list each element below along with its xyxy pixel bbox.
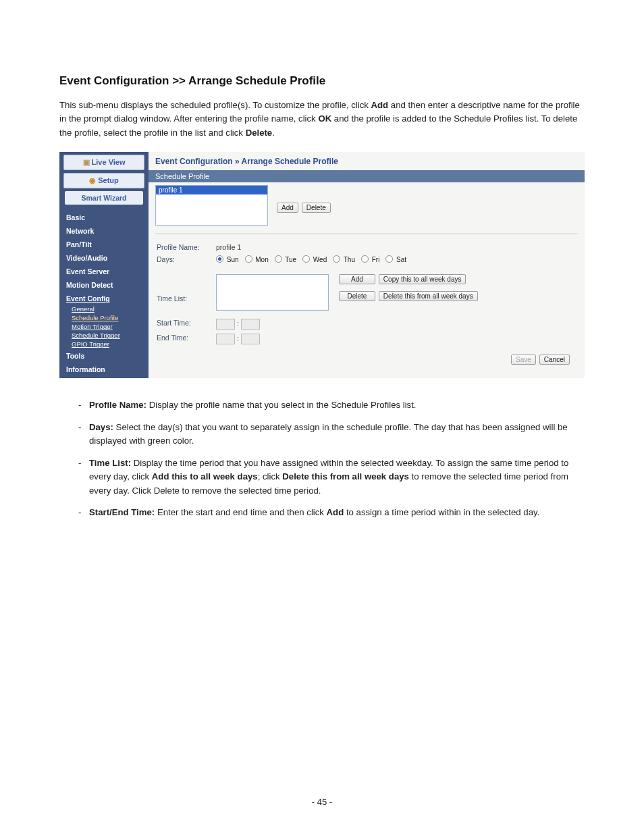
day-radio-fri[interactable] [361,255,369,263]
main-panel: Event Configuration » Arrange Schedule P… [149,152,585,378]
time-delete-button[interactable]: Delete [339,291,375,301]
sidebar-item-event-server[interactable]: Event Server [59,264,149,278]
intro-paragraph: This sub-menu displays the scheduled pro… [59,99,585,140]
setup-tab[interactable]: ◉ Setup [63,173,144,188]
desc-days: Days: Select the day(s) that you want to… [78,417,585,452]
sidebar: ▣ Live View ◉ Setup Smart Wizard Basic N… [59,152,149,378]
gear-icon: ◉ [89,176,96,184]
sidebar-sub-gpio-trigger[interactable]: GPIO Trigger [59,340,149,348]
end-hour-input[interactable] [216,334,235,344]
desc-text: to assign a time period within in the se… [344,507,539,517]
setup-label: Setup [98,176,119,184]
sidebar-sub-schedule-trigger[interactable]: Schedule Trigger [59,331,149,340]
sidebar-sub-general[interactable]: General [59,305,149,313]
desc-text: Enter the start and end time and then cl… [155,507,326,517]
desc-time-list: Time List: Display the time period that … [78,452,585,502]
time-add-button[interactable]: Add [339,274,375,284]
sidebar-sub-motion-trigger[interactable]: Motion Trigger [59,322,149,331]
desc-label: Start/End Time: [89,507,155,517]
sidebar-item-video-audio[interactable]: Video/Audio [59,251,149,264]
section-band: Schedule Profile [149,170,585,182]
intro-bold-add: Add [371,100,389,110]
desc-bold: Add [327,507,344,517]
camera-icon: ▣ [83,158,90,166]
intro-text: . [272,128,275,138]
desc-label: Days: [89,422,113,432]
day-wed: Wed [313,256,327,263]
profile-name-label: Profile Name: [155,243,216,251]
day-radio-thu[interactable] [333,255,340,263]
sidebar-item-information[interactable]: Information [59,362,149,375]
time-colon: : [237,334,239,342]
time-listbox[interactable] [216,274,329,311]
description-list: Profile Name: Display the profile name t… [78,394,585,523]
copy-all-weekdays-button[interactable]: Copy this to all week days [379,274,466,284]
delete-profile-button[interactable]: Delete [302,203,331,213]
day-mon: Mon [255,256,268,263]
intro-text: This sub-menu displays the scheduled pro… [59,100,371,110]
desc-bold: Add this to all week days [152,471,258,481]
time-list-label: Time List: [155,282,216,303]
day-sat: Sat [396,256,406,263]
sidebar-item-network[interactable]: Network [59,224,149,237]
smart-wizard-button[interactable]: Smart Wizard [65,191,143,205]
days-row: Sun Mon Tue Wed Thu Fri Sat [216,255,578,263]
day-sun: Sun [227,256,239,263]
sidebar-item-pan-tilt[interactable]: Pan/Tilt [59,237,149,251]
day-radio-mon[interactable] [245,255,252,263]
start-time-label: Start Time: [155,319,216,327]
intro-bold-ok: OK [318,113,331,124]
save-button[interactable]: Save [511,355,536,365]
sidebar-item-event-config[interactable]: Event Config [59,291,149,305]
breadcrumb-a: Event Configuration [155,157,235,166]
page-number: - 45 - [0,797,644,807]
sidebar-item-basic[interactable]: Basic [59,210,149,224]
desc-text: Display the profile name that you select… [146,400,417,410]
end-time-label: End Time: [155,334,216,342]
desc-label: Profile Name: [89,400,146,410]
delete-all-weekdays-button[interactable]: Delete this from all week days [379,291,478,301]
schedule-profile-listbox[interactable]: profile 1 [155,185,268,226]
breadcrumb-b: Arrange Schedule Profile [240,157,338,166]
config-screenshot: ▣ Live View ◉ Setup Smart Wizard Basic N… [59,152,585,378]
end-min-input[interactable] [241,334,260,344]
day-radio-sun[interactable] [216,255,223,263]
time-colon: : [237,319,239,328]
start-min-input[interactable] [241,319,260,330]
live-view-tab[interactable]: ▣ Live View [63,155,144,170]
day-tue: Tue [285,256,296,263]
intro-bold-delete: Delete [246,128,273,138]
profile-name-value: profile 1 [216,243,578,251]
profile-option[interactable]: profile 1 [156,186,267,194]
page-title: Event Configuration >> Arrange Schedule … [59,74,585,88]
desc-label: Time List: [89,458,131,468]
desc-profile-name: Profile Name: Display the profile name t… [78,394,585,416]
day-radio-tue[interactable] [275,255,282,263]
days-label: Days: [155,255,216,263]
day-radio-sat[interactable] [385,255,393,263]
start-hour-input[interactable] [216,319,235,330]
breadcrumb: Event Configuration » Arrange Schedule P… [149,152,585,170]
sidebar-item-motion-detect[interactable]: Motion Detect [59,278,149,291]
add-profile-button[interactable]: Add [277,203,298,213]
desc-text: ; click [258,471,283,481]
sidebar-sub-schedule-profile[interactable]: Schedule Profile [59,313,149,322]
live-view-label: Live View [92,158,126,166]
breadcrumb-sep: » [235,157,240,166]
day-radio-wed[interactable] [302,255,310,263]
desc-bold: Delete this from all week days [282,471,409,481]
cancel-button[interactable]: Cancel [539,355,570,365]
day-fri: Fri [372,256,380,263]
desc-start-end: Start/End Time: Enter the start and end … [78,502,585,523]
sidebar-item-tools[interactable]: Tools [59,348,149,362]
desc-text: Select the day(s) that you want to separ… [89,422,568,446]
day-thu: Thu [344,256,355,263]
